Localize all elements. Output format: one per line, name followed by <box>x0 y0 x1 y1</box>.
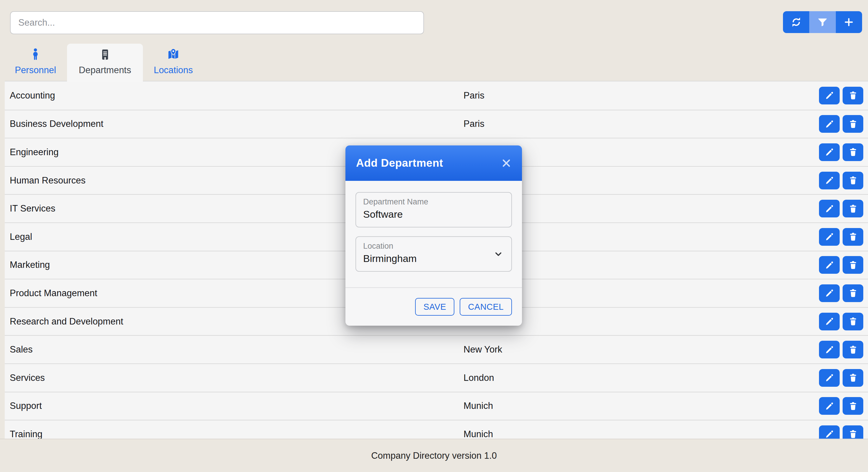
department-name: Marketing <box>10 260 50 270</box>
filter-button[interactable] <box>809 11 836 33</box>
edit-button[interactable] <box>819 228 840 246</box>
row-actions <box>819 284 863 302</box>
row-actions <box>819 341 863 359</box>
trash-icon <box>848 288 858 298</box>
company-directory-app: Personnel Departments Locations <box>0 0 868 472</box>
department-location: London <box>464 373 494 383</box>
edit-button[interactable] <box>819 87 840 104</box>
edit-button[interactable] <box>819 115 840 133</box>
department-name: Business Development <box>10 119 103 129</box>
trash-icon <box>848 401 858 411</box>
department-location: Munich <box>464 401 493 411</box>
table-row[interactable]: Support Munich <box>5 392 868 420</box>
cancel-button[interactable]: CANCEL <box>460 298 512 316</box>
modal-title: Add Department <box>356 157 443 169</box>
pencil-icon <box>825 260 834 270</box>
delete-button[interactable] <box>843 200 863 217</box>
edit-button[interactable] <box>819 313 840 330</box>
department-name: Sales <box>10 344 33 355</box>
delete-button[interactable] <box>843 341 863 359</box>
trash-icon <box>848 119 858 129</box>
trash-icon <box>848 204 858 213</box>
delete-button[interactable] <box>843 115 863 133</box>
pencil-icon <box>825 119 834 129</box>
row-actions <box>819 200 863 217</box>
trash-icon <box>848 232 858 242</box>
pencil-icon <box>825 288 834 298</box>
delete-button[interactable] <box>843 284 863 302</box>
delete-button[interactable] <box>843 397 863 415</box>
department-name-input[interactable] <box>363 209 493 220</box>
location-select-value: Birmingham <box>363 253 493 264</box>
department-name: Support <box>10 401 42 411</box>
department-name: IT Services <box>10 203 55 214</box>
tab-departments[interactable]: Departments <box>67 44 143 82</box>
trash-icon <box>848 175 858 185</box>
edit-button[interactable] <box>819 143 840 161</box>
modal-body: Department Name Location Birmingham <box>345 181 522 272</box>
delete-button[interactable] <box>843 143 863 161</box>
delete-button[interactable] <box>843 256 863 274</box>
location-select[interactable]: Location Birmingham <box>355 236 512 272</box>
toolbar <box>783 11 862 33</box>
delete-button[interactable] <box>843 426 863 439</box>
tab-locations[interactable]: Locations <box>147 48 200 75</box>
chevron-down-icon <box>492 248 504 260</box>
row-actions <box>819 172 863 190</box>
footer-text: Company Directory version 1.0 <box>371 450 497 461</box>
row-actions <box>819 256 863 274</box>
pencil-icon <box>825 91 834 100</box>
add-button[interactable] <box>836 11 862 33</box>
pencil-icon <box>825 401 834 411</box>
map-icon <box>166 48 180 61</box>
pencil-icon <box>825 316 834 326</box>
refresh-button[interactable] <box>783 11 809 33</box>
edit-button[interactable] <box>819 256 840 274</box>
table-row[interactable]: Business Development Paris <box>5 110 868 138</box>
tab-label: Locations <box>154 65 193 75</box>
edit-button[interactable] <box>819 200 840 217</box>
edit-button[interactable] <box>819 284 840 302</box>
row-actions <box>819 426 863 439</box>
modal-close-button[interactable] <box>500 156 513 170</box>
edit-button[interactable] <box>819 369 840 387</box>
edit-button[interactable] <box>819 426 840 439</box>
tab-personnel[interactable]: Personnel <box>9 48 62 75</box>
pencil-icon <box>825 373 834 382</box>
pencil-icon <box>825 147 834 157</box>
delete-button[interactable] <box>843 369 863 387</box>
trash-icon <box>848 345 858 355</box>
search-input[interactable] <box>10 11 424 34</box>
table-row[interactable]: Accounting Paris <box>5 81 868 110</box>
department-name: Human Resources <box>10 175 86 186</box>
trash-icon <box>848 260 858 270</box>
refresh-icon <box>790 16 802 28</box>
delete-button[interactable] <box>843 172 863 190</box>
edit-button[interactable] <box>819 397 840 415</box>
field-label: Location <box>363 242 504 251</box>
building-icon <box>98 48 112 61</box>
tab-label: Personnel <box>15 65 56 75</box>
edit-button[interactable] <box>819 172 840 190</box>
table-row[interactable]: Sales New York <box>5 335 868 364</box>
row-actions <box>819 115 863 133</box>
delete-button[interactable] <box>843 228 863 246</box>
department-name: Services <box>10 373 45 383</box>
person-icon <box>29 48 42 61</box>
table-row[interactable]: Training Munich <box>5 420 868 439</box>
row-actions <box>819 87 863 104</box>
department-name: Engineering <box>10 147 58 158</box>
delete-button[interactable] <box>843 313 863 330</box>
department-name: Research and Development <box>10 316 123 327</box>
delete-button[interactable] <box>843 87 863 104</box>
modal-header: Add Department <box>345 145 522 181</box>
app-footer: Company Directory version 1.0 <box>0 439 868 472</box>
department-name-field[interactable]: Department Name <box>355 192 512 228</box>
trash-icon <box>848 91 858 100</box>
department-location: New York <box>464 344 502 355</box>
edit-button[interactable] <box>819 341 840 359</box>
save-button[interactable]: SAVE <box>415 298 454 316</box>
row-actions <box>819 313 863 330</box>
row-actions <box>819 397 863 415</box>
table-row[interactable]: Services London <box>5 364 868 392</box>
